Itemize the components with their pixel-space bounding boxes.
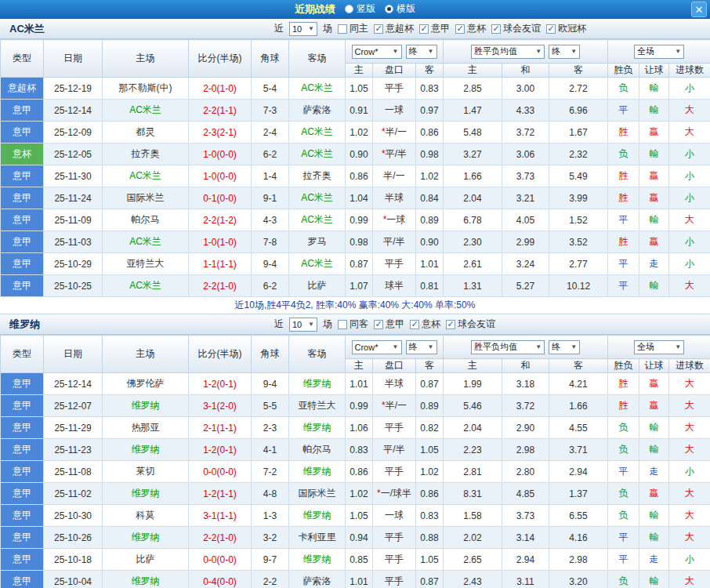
odds-company-select[interactable]: Crow* ▼ (352, 45, 402, 59)
cell-date: 25-12-05 (44, 143, 103, 165)
radio-vertical-icon[interactable] (345, 5, 353, 13)
sub-col-header: 客 (416, 359, 444, 373)
odds-final-select[interactable]: 终 ▼ (406, 340, 437, 354)
cell-avg-away: 6.96 (549, 100, 608, 122)
col-header-date: 日期 (44, 40, 103, 78)
match-row: 意甲25-10-18比萨0-0(0-0)9-7维罗纳0.85平手1.052.65… (1, 549, 710, 571)
match-row: 意甲25-12-14AC米兰2-2(1-1)7-3萨索洛0.91一球0.971.… (1, 100, 710, 122)
cell-handicap: 平手 (373, 571, 416, 588)
cell-score: 2-3(2-1) (189, 122, 252, 143)
cell-avg-draw: 3.14 (502, 527, 549, 549)
filters: 近 10 ▼ 场 同主意超杯意甲意杯球会友谊欧冠杯 (274, 22, 586, 36)
cell-score: 3-1(2-0) (189, 395, 252, 417)
avg-final-select[interactable]: 终 ▼ (549, 340, 580, 354)
filter-checkbox[interactable]: 意甲 (374, 318, 404, 331)
cell-competition-type: 意甲 (1, 231, 44, 253)
checkbox-box-icon[interactable] (455, 24, 465, 34)
cell-avg-draw: 4.05 (502, 209, 549, 231)
cell-result-goals: 大 (669, 100, 710, 122)
filter-checkbox[interactable]: 同客 (338, 318, 368, 331)
checkbox-box-icon[interactable] (410, 320, 419, 329)
dropdown-arrow-icon: ▼ (675, 344, 681, 350)
checkbox-box-icon[interactable] (338, 320, 347, 329)
cell-handicap: 平/半 (373, 231, 416, 253)
cell-result-goals: 大 (669, 505, 710, 527)
checkbox-box-icon[interactable] (491, 24, 501, 34)
avg-odds-select[interactable]: 胜平负均值 ▼ (471, 340, 545, 354)
cell-competition-type: 意甲 (1, 505, 44, 527)
cell-handicap: 平手 (373, 461, 416, 483)
cell-result-handicap: 輸 (639, 571, 669, 588)
match-count-select[interactable]: 10 ▼ (289, 22, 317, 36)
checkbox-box-icon[interactable] (446, 320, 455, 329)
cell-handicap: 平手 (373, 78, 416, 100)
filter-checkbox[interactable]: 意超杯 (374, 22, 414, 35)
filter-checkbox[interactable]: 球会友谊 (446, 318, 495, 331)
avg-final-select[interactable]: 终 ▼ (549, 45, 580, 59)
match-count-select[interactable]: 10 ▼ (289, 318, 317, 332)
cell-odds-away: 0.81 (416, 275, 444, 297)
cell-result-handicap: 贏 (639, 187, 669, 209)
checkbox-box-icon[interactable] (374, 320, 383, 329)
filter-checkbox[interactable]: 意杯 (410, 318, 440, 331)
filter-checkbox[interactable]: 球会友谊 (491, 22, 541, 35)
radio-vertical[interactable]: 竖版 (345, 2, 375, 16)
filter-checkbox[interactable]: 同主 (338, 22, 368, 35)
cell-handicap: *半/一 (373, 122, 416, 143)
checkbox-box-icon[interactable] (338, 24, 347, 34)
cell-result-wdl: 平 (608, 461, 639, 483)
fulltime-select[interactable]: 全场 ▼ (634, 340, 684, 354)
filter-checkbox[interactable]: 意杯 (455, 22, 486, 35)
cell-date: 25-10-25 (44, 275, 103, 297)
cell-corner: 3-2 (252, 527, 289, 549)
cell-score: 2-2(1-2) (189, 209, 252, 231)
cell-away-team: 帕尔马 (289, 439, 346, 461)
checkbox-box-icon[interactable] (419, 24, 429, 34)
odds-final-select[interactable]: 终 ▼ (406, 45, 437, 59)
cell-home-team: 比萨 (103, 549, 189, 571)
cell-result-handicap: 贏 (639, 395, 669, 417)
radio-horizontal[interactable]: 横版 (385, 2, 415, 16)
cell-score: 1-1(1-1) (189, 253, 252, 275)
odds-company-select[interactable]: Crow* ▼ (352, 340, 402, 354)
fulltime-value: 全场 (637, 341, 654, 353)
cell-away-team: 亚特兰大 (289, 395, 346, 417)
cell-handicap: 平手 (373, 417, 416, 439)
cell-result-wdl: 平 (608, 209, 639, 231)
cell-score: 2-2(1-1) (189, 100, 252, 122)
close-button[interactable]: ✕ (691, 2, 707, 17)
match-row: 意甲25-11-29热那亚2-1(1-1)2-3维罗纳1.06平手0.822.0… (1, 417, 710, 439)
dropdown-arrow-icon: ▼ (571, 344, 577, 350)
avg-odds-select[interactable]: 胜平负均值 ▼ (471, 45, 545, 59)
cell-avg-home: 5.46 (444, 395, 502, 417)
checkbox-box-icon[interactable] (374, 24, 383, 34)
recent-results-window: 近期战绩 竖版 横版 ✕ AC米兰 近 10 ▼ 场 (0, 0, 710, 588)
cell-odds-away: 0.97 (416, 100, 444, 122)
close-icon: ✕ (695, 4, 704, 16)
cell-avg-away: 3.20 (549, 571, 608, 588)
cell-result-goals: 小 (669, 549, 710, 571)
checkbox-box-icon[interactable] (546, 24, 556, 34)
cell-avg-draw: 3.24 (502, 253, 549, 275)
cell-home-team: AC米兰 (103, 100, 189, 122)
filter-bar: AC米兰 近 10 ▼ 场 同主意超杯意甲意杯球会友谊欧冠杯 (0, 19, 710, 39)
titlebar: 近期战绩 竖版 横版 ✕ (0, 0, 710, 19)
cell-score: 1-2(1-1) (189, 483, 252, 505)
fulltime-select[interactable]: 全场 ▼ (634, 45, 684, 59)
radio-horizontal-label: 横版 (397, 2, 415, 16)
filter-checkbox[interactable]: 意甲 (419, 22, 450, 35)
cell-avg-draw: 5.27 (502, 275, 549, 297)
cell-avg-home: 6.78 (444, 209, 502, 231)
cell-home-team: 科莫 (103, 505, 189, 527)
cell-corner: 9-4 (252, 373, 289, 395)
match-row: 意甲25-11-02维罗纳1-2(1-1)4-8国际米兰1.02*一/球半0.8… (1, 483, 710, 505)
filter-checkbox[interactable]: 欧冠杯 (546, 22, 586, 35)
filter-bar: 维罗纳 近 10 ▼ 场 同客意甲意杯球会友谊 (0, 314, 710, 335)
cell-date: 25-10-18 (44, 549, 103, 571)
cell-competition-type: 意甲 (1, 275, 44, 297)
cell-home-team: 莱切 (103, 461, 189, 483)
cell-score: 1-0(1-0) (189, 231, 252, 253)
radio-horizontal-icon[interactable] (385, 5, 393, 13)
cell-avg-home: 2.04 (444, 417, 502, 439)
cell-avg-draw: 3.11 (502, 571, 549, 588)
